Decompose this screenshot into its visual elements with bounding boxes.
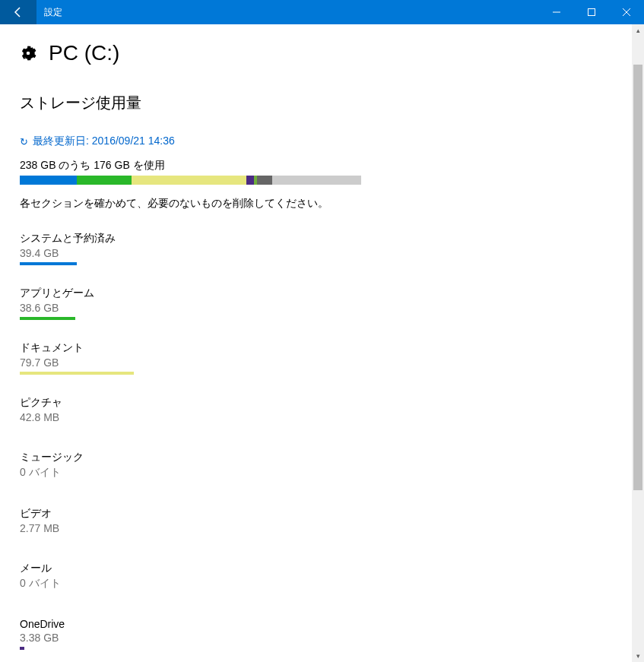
category-size: 39.4 GB (20, 247, 624, 259)
usage-summary: 238 GB のうち 176 GB を使用 (20, 159, 624, 173)
window-controls (539, 0, 644, 24)
storage-category[interactable]: OneDrive3.38 GB (20, 618, 624, 650)
storage-segment (20, 176, 77, 185)
svg-rect-1 (588, 9, 595, 16)
storage-category[interactable]: ドキュメント79.7 GB (20, 341, 624, 375)
storage-usage-bar (20, 176, 361, 185)
storage-category[interactable]: ミュージック0 バイト (20, 451, 624, 486)
category-size: 2.77 MB (20, 522, 624, 534)
titlebar: 設定 (0, 0, 644, 24)
category-name: OneDrive (20, 618, 624, 630)
category-bar (20, 426, 361, 429)
category-bar (20, 647, 361, 650)
close-button[interactable] (609, 0, 644, 24)
back-button[interactable] (0, 0, 36, 24)
page-header: PC (C:) (20, 41, 624, 65)
category-bar (20, 594, 361, 597)
category-bar (20, 317, 361, 320)
category-size: 79.7 GB (20, 356, 624, 369)
vertical-scrollbar[interactable]: ▴ ▾ (632, 24, 644, 662)
category-size: 38.6 GB (20, 302, 624, 314)
category-size: 0 バイト (20, 577, 624, 591)
category-name: ピクチャ (20, 396, 624, 410)
storage-segment (246, 176, 255, 185)
storage-segment (132, 176, 246, 185)
page-title: PC (C:) (49, 41, 119, 65)
scroll-thumb[interactable] (633, 65, 642, 490)
category-name: ミュージック (20, 451, 624, 464)
storage-segment (77, 176, 132, 185)
refresh-icon: ↻ (20, 136, 28, 147)
last-updated-text: 最終更新日: 2016/09/21 14:36 (33, 135, 175, 148)
category-bar (20, 483, 361, 486)
category-bar (20, 537, 361, 540)
scroll-up-arrow[interactable]: ▴ (632, 24, 644, 36)
category-size: 3.38 GB (20, 632, 624, 644)
content-area: PC (C:) ストレージ使用量 ↻ 最終更新日: 2016/09/21 14:… (0, 24, 644, 662)
minimize-button[interactable] (539, 0, 574, 24)
category-bar (20, 262, 361, 265)
category-bar (20, 372, 361, 375)
scroll-down-arrow[interactable]: ▾ (632, 650, 644, 662)
storage-category[interactable]: システムと予約済み39.4 GB (20, 232, 624, 265)
category-size: 0 バイト (20, 466, 624, 480)
maximize-button[interactable] (574, 0, 609, 24)
window-title: 設定 (36, 6, 539, 19)
categories-list: システムと予約済み39.4 GBアプリとゲーム38.6 GBドキュメント79.7… (20, 232, 624, 662)
storage-category[interactable]: ビデオ2.77 MB (20, 507, 624, 540)
instruction-text: 各セクションを確かめて、必要のないものを削除してください。 (20, 197, 624, 211)
category-name: アプリとゲーム (20, 287, 624, 300)
storage-segment (257, 176, 272, 185)
category-name: ビデオ (20, 507, 624, 521)
category-size: 42.8 MB (20, 411, 624, 423)
storage-category[interactable]: メール0 バイト (20, 562, 624, 597)
category-name: システムと予約済み (20, 232, 624, 245)
section-title: ストレージ使用量 (20, 93, 624, 113)
category-name: メール (20, 562, 624, 575)
gear-icon (20, 45, 36, 62)
refresh-row[interactable]: ↻ 最終更新日: 2016/09/21 14:36 (20, 135, 624, 148)
category-name: ドキュメント (20, 341, 624, 355)
storage-category[interactable]: ピクチャ42.8 MB (20, 396, 624, 429)
storage-category[interactable]: アプリとゲーム38.6 GB (20, 287, 624, 320)
